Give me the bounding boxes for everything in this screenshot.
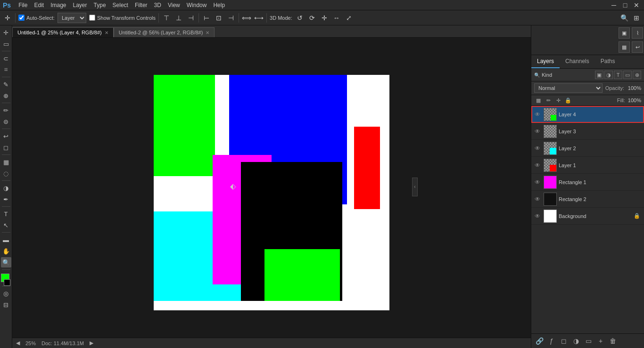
auto-select-dropdown[interactable]: Layer Group: [58, 13, 86, 23]
search-icon[interactable]: 🔍: [619, 13, 629, 23]
blur-tool[interactable]: ◌: [1, 168, 11, 178]
screen-mode-tool[interactable]: ⊟: [1, 299, 11, 310]
layer-row-layer3[interactable]: 👁 Layer 3: [531, 123, 644, 140]
clone-tool[interactable]: ⊜: [1, 116, 11, 127]
new-adjustment-icon[interactable]: ◑: [571, 336, 581, 346]
layer-row-rect2[interactable]: 👁 Rectangle 2: [531, 191, 644, 208]
blend-mode-select[interactable]: Normal Multiply Screen Overlay: [534, 83, 603, 93]
layer-row-layer4[interactable]: 👁 Layer 4: [531, 106, 644, 123]
align-top-icon[interactable]: ⊤: [162, 13, 171, 23]
color-icon[interactable]: ▦: [619, 41, 630, 53]
selection-tool[interactable]: ▭: [1, 39, 11, 49]
scroll-left-btn[interactable]: ◀: [16, 340, 20, 346]
rect1-visibility[interactable]: 👁: [533, 179, 542, 186]
filter-smart-icon[interactable]: ⊕: [633, 71, 641, 79]
menu-3d[interactable]: 3D: [151, 1, 164, 9]
3d-slide-icon[interactable]: ↔: [332, 13, 341, 23]
new-group-icon[interactable]: ▭: [583, 336, 594, 346]
background-color[interactable]: [4, 279, 10, 286]
3d-scale-icon[interactable]: ⤢: [344, 13, 354, 23]
auto-select-checkbox[interactable]: Auto-Select:: [18, 15, 55, 21]
layer2-visibility[interactable]: 👁: [533, 145, 542, 152]
lock-transparency-icon[interactable]: ▦: [534, 96, 543, 105]
add-mask-icon[interactable]: ◻: [559, 336, 569, 346]
menu-filter[interactable]: Filter: [132, 1, 150, 9]
delete-layer-icon[interactable]: 🗑: [608, 336, 618, 346]
canvas-container[interactable]: ⬖: [12, 38, 531, 338]
align-left-icon[interactable]: ⊢: [202, 13, 211, 23]
tab-0[interactable]: Untitled-1 @ 25% (Layer 4, RGB/8#) ✕: [12, 27, 114, 37]
3d-rotate-icon[interactable]: ↺: [295, 13, 305, 23]
zoom-tool[interactable]: 🔍: [1, 257, 11, 267]
brush-tool[interactable]: ✏: [1, 105, 11, 115]
filter-pixel-icon[interactable]: ▣: [595, 71, 603, 79]
background-visibility[interactable]: 👁: [533, 213, 542, 219]
lock-all-icon[interactable]: 🔒: [564, 96, 572, 105]
filter-shape-icon[interactable]: ▭: [623, 71, 632, 79]
curves-icon[interactable]: ⌇: [632, 27, 643, 39]
panel-tab-channels[interactable]: Channels: [560, 55, 595, 68]
layout-icon[interactable]: ⊞: [632, 13, 641, 23]
lasso-tool[interactable]: ⊂: [1, 53, 11, 64]
layer-row-layer1[interactable]: 👁 Layer 1: [531, 157, 644, 174]
menu-help[interactable]: Help: [210, 1, 228, 9]
lock-position-icon[interactable]: ✛: [554, 96, 562, 105]
move-tool[interactable]: ✛: [1, 27, 11, 38]
crop-tool[interactable]: ⌗: [1, 65, 11, 75]
menu-window[interactable]: Window: [184, 1, 210, 9]
3d-pan-icon[interactable]: ✛: [320, 13, 329, 23]
move-tool-icon[interactable]: ✛: [3, 13, 12, 23]
layer4-visibility[interactable]: 👁: [533, 111, 542, 118]
menu-file[interactable]: File: [16, 1, 30, 9]
patch-tool[interactable]: ⊕: [1, 90, 11, 101]
menu-select[interactable]: Select: [110, 1, 131, 9]
lock-brush-icon[interactable]: ✏: [544, 96, 553, 105]
show-transform-checkbox[interactable]: Show Transform Controls: [89, 15, 156, 21]
menu-type[interactable]: Type: [91, 1, 109, 9]
panel-collapse-arrow[interactable]: ‹: [412, 178, 418, 196]
type-tool[interactable]: T: [1, 209, 11, 219]
layer-row-rect1[interactable]: 👁 Rectangle 1: [531, 174, 644, 191]
distribute-v-icon[interactable]: ⟷: [254, 13, 264, 23]
dodge-tool[interactable]: ◑: [1, 183, 11, 193]
align-vcenter-icon[interactable]: ⊥: [174, 13, 183, 23]
tab-1-close[interactable]: ✕: [206, 30, 209, 35]
eraser-tool[interactable]: ◻: [1, 142, 11, 153]
3d-roll-icon[interactable]: ⟳: [307, 13, 317, 23]
history-icon[interactable]: ↩: [632, 41, 643, 53]
pen-tool[interactable]: ✒: [1, 194, 11, 204]
filter-type-icon[interactable]: T: [614, 71, 622, 79]
tab-1[interactable]: Untitled-2 @ 56% (Layer 2, RGB/8#) ✕: [114, 27, 215, 37]
maximize-button[interactable]: □: [620, 0, 630, 10]
tab-0-close[interactable]: ✕: [105, 30, 108, 35]
menu-layer[interactable]: Layer: [70, 1, 90, 9]
rect2-visibility[interactable]: 👁: [533, 196, 542, 202]
panel-tab-paths[interactable]: Paths: [595, 55, 621, 68]
align-right-icon[interactable]: ⊣: [226, 13, 236, 23]
align-bottom-icon[interactable]: ⊣: [186, 13, 196, 23]
add-style-icon[interactable]: ƒ: [546, 336, 557, 346]
layer3-visibility[interactable]: 👁: [533, 128, 542, 135]
layer-row-background[interactable]: 👁 Background 🔒: [531, 208, 644, 225]
new-layer-icon[interactable]: +: [595, 336, 606, 346]
quick-mask-tool[interactable]: ◎: [1, 288, 11, 299]
layer-row-layer2[interactable]: 👁 Layer 2: [531, 140, 644, 157]
align-hcenter-icon[interactable]: ⊡: [214, 13, 223, 23]
path-selection-tool[interactable]: ↖: [1, 220, 11, 230]
menu-edit[interactable]: Edit: [31, 1, 47, 9]
panel-tab-layers[interactable]: Layers: [531, 55, 560, 68]
scroll-right-btn[interactable]: ▶: [90, 340, 93, 346]
close-button[interactable]: ✕: [632, 0, 641, 10]
minimize-button[interactable]: ─: [609, 0, 619, 10]
history-brush-tool[interactable]: ↩: [1, 131, 11, 141]
distribute-h-icon[interactable]: ⟺: [242, 13, 251, 23]
menu-view[interactable]: View: [165, 1, 183, 9]
link-layers-icon[interactable]: 🔗: [534, 336, 545, 346]
hand-tool[interactable]: ✋: [1, 246, 11, 256]
layer1-visibility[interactable]: 👁: [533, 162, 542, 169]
layers-adjust-icon[interactable]: ▣: [619, 27, 630, 39]
rectangle-tool[interactable]: ▬: [1, 235, 11, 245]
menu-image[interactable]: Image: [48, 1, 69, 9]
filter-adj-icon[interactable]: ◑: [604, 71, 613, 79]
eyedropper-tool[interactable]: ✎: [1, 79, 11, 89]
